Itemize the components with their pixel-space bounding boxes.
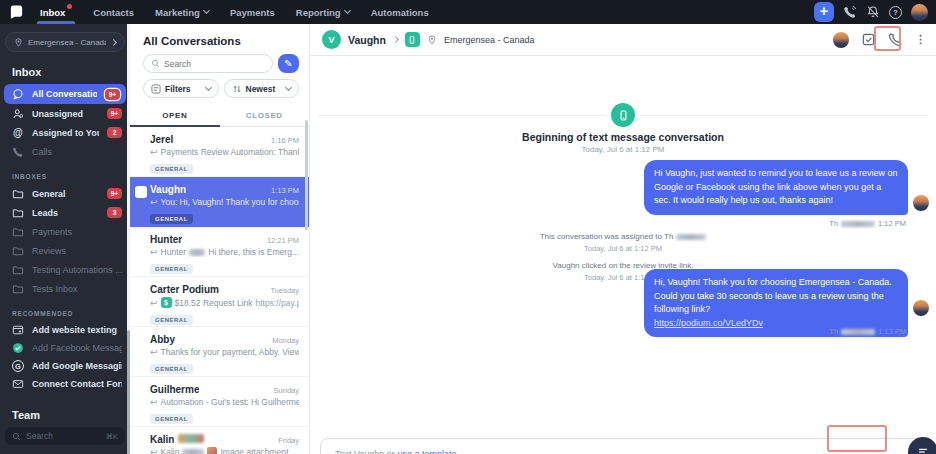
phone-icon (12, 146, 24, 158)
sidebar-inbox-tests-inbox[interactable]: Tests Inbox (0, 279, 130, 298)
sidebar-item-label: Calls (32, 147, 122, 157)
sidebar-inbox-leads[interactable]: Leads 3 (0, 203, 130, 222)
sidebar-item-label: General (32, 189, 99, 199)
message-preview: Image attachment (220, 447, 288, 454)
notifications-paused-icon[interactable] (866, 5, 880, 19)
contact-avatar[interactable]: V (322, 30, 341, 49)
check-circle-icon (12, 342, 24, 354)
conversation-list-panel: All Conversations ✎ Filters (130, 24, 310, 454)
sidebar-item-unassigned[interactable]: Unassigned 9+ (0, 104, 130, 123)
message-time: 1:13 PM (878, 327, 906, 336)
sidebar: Emergensea - Canada Inbox All Conversati… (0, 24, 130, 454)
nav-contacts[interactable]: Contacts (93, 0, 134, 24)
payment-icon: $ (161, 297, 172, 308)
sidebar-inbox-reviews[interactable]: Reviews (0, 241, 130, 260)
message-preview: Hi there, this is Emerg... (208, 247, 299, 257)
conversation-row-abby[interactable]: AbbyMonday ↩Thanks for your payment, Abb… (130, 327, 309, 377)
conversation-row-hunter[interactable]: Hunter12:21 PM ↩HunterHi there, this is … (130, 227, 309, 277)
sidebar-item-calls[interactable]: Calls (0, 142, 130, 161)
thread-panel: V Vaughn Emergensea - Canada ⋮ (310, 24, 936, 454)
redacted-text (676, 234, 706, 240)
nav-payments[interactable]: Payments (230, 0, 275, 24)
contact-name: Hunter (150, 234, 182, 245)
assignee-avatar[interactable] (833, 32, 849, 48)
conversation-search[interactable] (143, 54, 273, 73)
timestamp: 1:13 PM (267, 186, 299, 195)
inbox-tag: GENERAL (150, 164, 193, 174)
sort-dropdown[interactable]: Newest (224, 79, 300, 98)
nav-marketing[interactable]: Marketing (155, 0, 209, 24)
tab-closed[interactable]: CLOSED (220, 106, 310, 126)
podium-logo-icon[interactable] (9, 5, 24, 20)
chevron-down-icon (285, 83, 292, 90)
sidebar-item-all-conversations[interactable]: All Conversations 9+ (4, 84, 126, 104)
sort-label: Newest (246, 84, 276, 94)
message-preview: Payments Review Automation: Thanks... (161, 147, 299, 157)
location-selector[interactable]: Emergensea - Canada (5, 32, 125, 52)
recommended-heading: RECOMMENDED (12, 310, 130, 317)
sidebar-inbox-payments[interactable]: Payments (0, 222, 130, 241)
conversation-row-carter-podium[interactable]: Carter PodiumTuesday ↩$$18.52 Request Li… (130, 277, 309, 327)
sidebar-item-add-website-texting[interactable]: Add website texting (0, 321, 130, 339)
thread-contact-name[interactable]: Vaughn (348, 34, 386, 46)
use-template-link[interactable]: use a template (397, 449, 456, 454)
timestamp: Tuesday (267, 286, 300, 295)
conversation-row-kalin[interactable]: KalinFriday ↩KalinImage attachment PAYME… (130, 427, 309, 454)
sidebar-inbox-testing-automations[interactable]: Testing Automations ... (0, 260, 130, 279)
sms-channel-icon (405, 32, 420, 47)
sender-avatar (913, 300, 929, 316)
payment-link: https://pay.p... (256, 298, 299, 308)
more-options-icon[interactable]: ⋮ (915, 33, 926, 46)
contact-name: Vaughn (150, 184, 186, 195)
search-input[interactable] (164, 59, 265, 69)
sidebar-item-assigned-to-you[interactable]: @ Assigned to You 2 (0, 123, 130, 142)
contact-name: Carter Podium (150, 284, 219, 295)
location-pin-icon (14, 38, 23, 47)
chevron-down-icon (204, 83, 211, 90)
unread-badge: 9+ (105, 89, 120, 100)
nav-automations[interactable]: Automations (371, 0, 429, 24)
unread-badge: 3 (107, 207, 122, 218)
calls-icon[interactable] (843, 5, 857, 19)
caret-down-icon (344, 7, 351, 14)
nav-reporting[interactable]: Reporting (296, 0, 350, 24)
inboxes-heading: INBOXES (12, 173, 130, 180)
sidebar-item-connect-contact-forms[interactable]: Connect Contact Forms (0, 375, 130, 393)
sender-name: Th (829, 327, 838, 336)
row-checkbox[interactable] (135, 186, 147, 198)
envelope-icon (12, 378, 24, 390)
nav-inbox[interactable]: Inbox (40, 0, 72, 24)
payment-request-text: $18.52 Request Link (175, 298, 253, 308)
sidebar-item-add-facebook-messaging[interactable]: Add Facebook Messaging (0, 339, 130, 357)
reply-icon: ↩ (150, 347, 158, 357)
notification-dot (67, 4, 72, 9)
sidebar-item-label: Payments (32, 227, 122, 237)
tab-open[interactable]: OPEN (130, 106, 220, 126)
close-conversation-icon[interactable] (861, 32, 876, 47)
conversation-row-vaughn[interactable]: Vaughn1:13 PM ↩You: Hi, Vaughn! Thank yo… (130, 177, 309, 227)
filters-dropdown[interactable]: Filters (143, 79, 219, 98)
keyboard-shortcut: ⌘K (105, 432, 118, 441)
composer-placeholder[interactable]: Text Vaughn or use a template (335, 449, 456, 454)
sidebar-item-label: Tests Inbox (32, 284, 122, 294)
composer[interactable]: Text Vaughn or use a template ☆ $ (320, 438, 930, 454)
conversation-row-jerel[interactable]: Jerel1:16 PM ↩Payments Review Automation… (130, 127, 309, 177)
conversation-row-guilherme[interactable]: GuilhermeSunday ↩Automation - Gui's test… (130, 377, 309, 427)
message-preview: You: Hi, Vaughn! Thank you for choosi... (161, 197, 299, 207)
create-new-button[interactable]: + (814, 2, 834, 22)
team-search-input[interactable]: Search ⌘K (5, 427, 125, 445)
system-message-assigned: This conversation was assigned to Th Tod… (310, 232, 936, 253)
compose-button[interactable]: ✎ (278, 54, 299, 73)
inbox-tag: GENERAL (150, 414, 193, 424)
user-avatar[interactable] (911, 4, 928, 21)
thread-header: V Vaughn Emergensea - Canada ⋮ (310, 24, 936, 56)
review-link[interactable]: https://podium.co/VLedYDv (654, 318, 763, 328)
sidebar-item-add-google-messaging[interactable]: G Add Google Messaging (0, 357, 130, 375)
sidebar-inbox-general[interactable]: General 9+ (0, 184, 130, 203)
help-icon[interactable]: ? (889, 6, 902, 19)
sidebar-item-label: Assigned to You (32, 128, 99, 138)
sidebar-item-label: Leads (32, 208, 99, 218)
conversation-start-time: Today, Jul 6 at 1:12 PM (310, 145, 936, 154)
list-scrollbar[interactable] (305, 120, 308, 230)
call-icon[interactable] (888, 32, 903, 47)
